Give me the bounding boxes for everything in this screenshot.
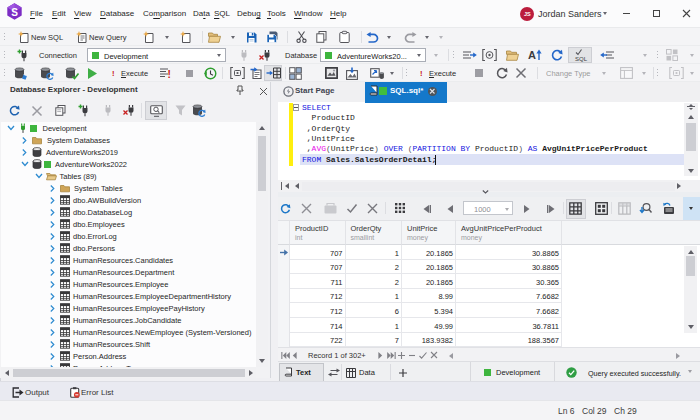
svg-text:SQL: SQL bbox=[575, 55, 588, 61]
svg-text:S: S bbox=[11, 7, 18, 18]
svg-text:A: A bbox=[528, 49, 536, 61]
svg-text:!: ! bbox=[168, 69, 171, 80]
